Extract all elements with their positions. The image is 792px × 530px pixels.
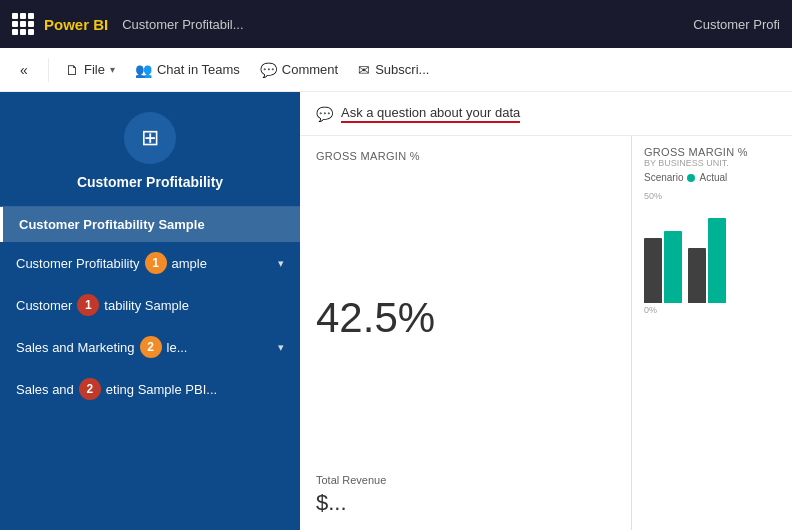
chart-panel-subtitle: BY BUSINESS UNIT. [644,158,780,168]
top-bar-left: Power BI Customer Profitabil... [12,13,244,35]
nav-item-2-text-before: Customer Profitability [16,256,140,271]
comment-label: Comment [282,62,338,77]
bar-dark-1 [644,238,662,303]
nav-item-2-badge: 1 [145,252,167,274]
total-revenue-title: Total Revenue [316,474,615,486]
bar-chart: 50% 0% [644,191,780,315]
gross-margin-panel: Gross Margin % 42.5% Total Revenue $... [300,136,631,530]
nav-item-2-caret: ▾ [278,257,284,270]
app-logo: Power BI [44,16,108,33]
nav-item-5-badge: 2 [79,378,101,400]
gross-margin-value: 42.5% [316,294,615,342]
chart-panel-title: Gross Margin % [644,146,780,158]
qa-bar[interactable]: 💬 Ask a question about your data [300,92,792,136]
top-bar-right-title: Customer Profi [693,17,780,32]
nav-item-active[interactable]: Customer Profitability Sample [0,207,300,242]
chat-teams-icon: 👥 [135,62,152,78]
file-label: File [84,62,105,77]
bar-group-2 [688,218,726,303]
qa-text: Ask a question about your data [341,105,520,123]
subscribe-icon: ✉ [358,62,370,78]
main-layout: ⊞ Customer Profitability Customer Profit… [0,92,792,530]
nav-item-2-text-after: ample [172,256,207,271]
sidebar-header: ⊞ Customer Profitability [0,92,300,207]
chat-in-teams-button[interactable]: 👥 Chat in Teams [127,54,248,86]
bar-dark-2 [688,248,706,303]
y-label-0: 0% [644,305,780,315]
waffle-icon[interactable] [12,13,34,35]
chat-teams-label: Chat in Teams [157,62,240,77]
nav-item-3[interactable]: Customer 1 tability Sample [0,284,300,326]
nav-item-4-caret: ▾ [278,341,284,354]
nav-item-5-text-after: eting Sample PBI... [106,382,217,397]
scenario-label: Scenario [644,172,683,183]
bar-teal-2 [708,218,726,303]
sidebar-title: Customer Profitability [77,174,223,190]
nav-item-5-text-before: Sales and [16,382,74,397]
gross-margin-chart-panel: Gross Margin % BY BUSINESS UNIT. Scenari… [632,136,792,530]
nav-item-4-badge: 2 [140,336,162,358]
report-title: Customer Profitabil... [122,17,243,32]
nav-item-5[interactable]: Sales and 2 eting Sample PBI... [0,368,300,410]
top-bar-right: Customer Profi [693,0,792,48]
actual-label: Actual [699,172,727,183]
file-caret: ▾ [110,64,115,75]
file-icon: 🗋 [65,62,79,78]
toolbar: « 🗋 File ▾ 👥 Chat in Teams 💬 Comment ✉ S… [0,48,792,92]
comment-icon: 💬 [260,62,277,78]
qa-icon: 💬 [316,106,333,122]
total-revenue-value: $... [316,490,615,516]
subscribe-label: Subscri... [375,62,429,77]
nav-item-4[interactable]: Sales and Marketing 2 le... ▾ [0,326,300,368]
bar-teal-1 [664,231,682,303]
collapse-button[interactable]: « [8,54,40,86]
nav-item-active-label: Customer Profitability Sample [19,217,284,232]
comment-button[interactable]: 💬 Comment [252,54,346,86]
subscribe-button[interactable]: ✉ Subscri... [350,54,437,86]
content-area: 💬 Ask a question about your data Gross M… [300,92,792,530]
dashboard-row: Gross Margin % 42.5% Total Revenue $... … [300,136,792,530]
toolbar-divider [48,58,49,82]
sidebar: ⊞ Customer Profitability Customer Profit… [0,92,300,530]
nav-item-2[interactable]: Customer Profitability 1 ample ▾ [0,242,300,284]
collapse-icon: « [20,62,28,78]
chart-legend: Scenario Actual [644,172,780,183]
sidebar-icon: ⊞ [141,125,159,151]
y-label-50: 50% [644,191,780,201]
bar-chart-inner [644,203,780,303]
nav-item-3-badge: 1 [77,294,99,316]
top-bar: Power BI Customer Profitabil... Customer… [0,0,792,48]
nav-item-4-text-before: Sales and Marketing [16,340,135,355]
actual-legend-dot [687,174,695,182]
gross-margin-title: Gross Margin % [316,150,615,162]
bar-group-1 [644,231,682,303]
file-button[interactable]: 🗋 File ▾ [57,54,123,86]
nav-item-3-text-before: Customer [16,298,72,313]
nav-item-3-text-after: tability Sample [104,298,189,313]
nav-item-4-text-after: le... [167,340,188,355]
sidebar-icon-wrap: ⊞ [124,112,176,164]
